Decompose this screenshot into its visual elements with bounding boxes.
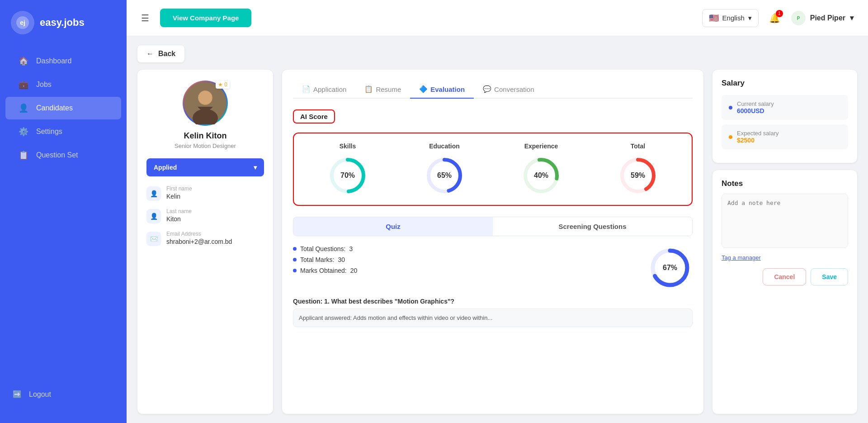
- email-icon: ✉️: [146, 232, 161, 246]
- marks-obtained-stat: Marks Obtained: 20: [293, 267, 647, 274]
- sidebar-logo: ej easy.jobs: [0, 11, 127, 49]
- tabs: 📄 Application 📋 Resume 🔷 Evaluation 💬 Co…: [293, 81, 693, 99]
- language-label: English: [722, 14, 745, 22]
- jobs-icon: 💼: [18, 80, 29, 90]
- current-salary-dot: [729, 106, 732, 109]
- score-total: Total 59%: [593, 143, 683, 196]
- marks-obtained-label: Marks Obtained:: [300, 267, 347, 274]
- status-chevron-icon: ▾: [254, 164, 257, 171]
- app-name: easy.jobs: [40, 17, 85, 29]
- question-set-icon: 📋: [18, 150, 29, 160]
- total-marks-label: Total Marks:: [300, 256, 334, 263]
- tab-conversation[interactable]: 💬 Conversation: [474, 81, 543, 99]
- sidebar-label-question-set: Question Set: [36, 151, 78, 159]
- sidebar-item-jobs[interactable]: 💼 Jobs: [5, 73, 121, 96]
- skills-label: Skills: [303, 143, 392, 150]
- quiz-stats: Total Questions: 3 Total Marks: 30 Marks…: [293, 245, 647, 278]
- email-value: shraboni+2@ar.com.bd: [166, 238, 232, 245]
- flag-icon: 🇺🇸: [709, 13, 719, 23]
- sidebar-item-candidates[interactable]: 👤 Candidates: [5, 97, 121, 119]
- content-area: ← Back: [127, 36, 868, 423]
- education-donut: 65%: [424, 155, 465, 196]
- conversation-tab-label: Conversation: [494, 86, 534, 93]
- first-name-value: Kelin: [166, 193, 192, 200]
- language-selector[interactable]: 🇺🇸 English ▾: [702, 9, 759, 27]
- back-label: Back: [158, 50, 175, 58]
- sidebar-item-settings[interactable]: ⚙️ Settings: [5, 120, 121, 143]
- total-questions-label: Total Questions:: [300, 245, 345, 252]
- salary-title: Salary: [722, 79, 848, 88]
- logout-icon: ➡️: [13, 390, 22, 399]
- first-name-label: First name: [166, 185, 192, 192]
- menu-icon[interactable]: ☰: [141, 13, 149, 24]
- expected-salary-info: Expected salary $2500: [737, 130, 779, 144]
- bullet-total-m: [293, 258, 297, 261]
- current-salary-value: 6000USD: [737, 107, 774, 114]
- marks-obtained-value: 20: [350, 267, 358, 274]
- question-section: Question: 1. What best describes "Motion…: [293, 298, 693, 327]
- svg-text:ej: ej: [20, 19, 25, 26]
- answer-box: Applicant answered: Adds motion and effe…: [293, 309, 693, 327]
- notes-card: Notes Tag a manager Cancel Save: [712, 170, 857, 414]
- field-email: ✉️ Email Address shraboni+2@ar.com.bd: [146, 231, 264, 246]
- question-text: What best describes "Motion Graphics"?: [331, 298, 454, 305]
- tab-evaluation[interactable]: 🔷 Evaluation: [410, 81, 474, 99]
- total-donut: 59%: [618, 155, 658, 196]
- subtab-quiz[interactable]: Quiz: [293, 217, 493, 236]
- quiz-tab-label: Quiz: [386, 223, 401, 230]
- candidate-name: Kelin Kiton: [184, 131, 227, 141]
- view-company-page-button[interactable]: View Company Page: [160, 9, 251, 27]
- tab-resume[interactable]: 📋 Resume: [355, 81, 410, 99]
- sidebar-label-settings: Settings: [36, 128, 62, 136]
- expected-salary-label: Expected salary: [737, 130, 779, 137]
- notification-bell[interactable]: 🔔 1: [766, 9, 784, 27]
- sidebar-label-jobs: Jobs: [36, 81, 52, 89]
- subtab-screening[interactable]: Screening Questions: [493, 217, 692, 236]
- notes-textarea[interactable]: [722, 194, 848, 248]
- avatar-wrap: ★ 0: [183, 81, 228, 126]
- field-last-name-content: Last name Kiton: [166, 208, 192, 223]
- main-grid: ★ 0 Kelin Kiton Senior Motion Designer A…: [137, 70, 857, 414]
- ai-score-title: AI Score: [293, 109, 335, 124]
- current-salary-info: Current salary 6000USD: [737, 100, 774, 114]
- education-value: 65%: [437, 171, 452, 180]
- candidate-title: Senior Motion Designer: [175, 143, 236, 149]
- field-first-name: 👤 First name Kelin: [146, 185, 264, 201]
- company-chevron-icon: ▾: [850, 14, 854, 22]
- home-icon: 🏠: [18, 56, 29, 66]
- candidates-icon: 👤: [18, 103, 29, 113]
- back-button[interactable]: ← Back: [137, 45, 184, 62]
- quiz-donut-value: 67%: [663, 264, 677, 272]
- current-salary-item: Current salary 6000USD: [722, 95, 848, 120]
- cancel-button[interactable]: Cancel: [763, 268, 806, 285]
- person2-icon: 👤: [146, 209, 161, 223]
- total-label: Total: [593, 143, 683, 150]
- current-salary-label: Current salary: [737, 100, 774, 107]
- salary-card: Salary Current salary 6000USD Expected s…: [712, 70, 857, 163]
- company-selector[interactable]: P Pied Piper ▾: [791, 11, 854, 25]
- status-dropdown[interactable]: Applied ▾: [146, 158, 264, 176]
- total-value: 59%: [631, 171, 645, 180]
- email-label: Email Address: [166, 231, 232, 237]
- field-email-content: Email Address shraboni+2@ar.com.bd: [166, 231, 232, 245]
- sidebar-label-logout: Logout: [29, 390, 51, 399]
- sidebar-item-dashboard[interactable]: 🏠 Dashboard: [5, 50, 121, 72]
- application-tab-icon: 📄: [302, 85, 311, 93]
- tab-application[interactable]: 📄 Application: [293, 81, 355, 99]
- star-badge: ★ 0: [216, 81, 230, 89]
- total-questions-stat: Total Questions: 3: [293, 245, 647, 252]
- tag-manager-link[interactable]: Tag a manager: [722, 254, 848, 261]
- main-area: ☰ View Company Page 🇺🇸 English ▾ 🔔 1 P P…: [127, 0, 868, 423]
- answer-text: Adds motion and effects within video or …: [353, 314, 492, 321]
- sidebar-item-logout[interactable]: ➡️ Logout: [0, 384, 127, 405]
- save-button[interactable]: Save: [811, 268, 848, 285]
- sidebar-label-dashboard: Dashboard: [36, 57, 71, 65]
- experience-label: Experience: [496, 143, 586, 150]
- sidebar-item-question-set[interactable]: 📋 Question Set: [5, 144, 121, 166]
- topbar: ☰ View Company Page 🇺🇸 English ▾ 🔔 1 P P…: [127, 0, 868, 36]
- sidebar: ej easy.jobs 🏠 Dashboard 💼 Jobs 👤 Candid…: [0, 0, 127, 423]
- education-label: Education: [400, 143, 489, 150]
- quiz-donut-wrap: 67%: [647, 245, 693, 290]
- score-grid: Skills 70% Education: [293, 133, 693, 206]
- candidate-card: ★ 0 Kelin Kiton Senior Motion Designer A…: [137, 70, 273, 414]
